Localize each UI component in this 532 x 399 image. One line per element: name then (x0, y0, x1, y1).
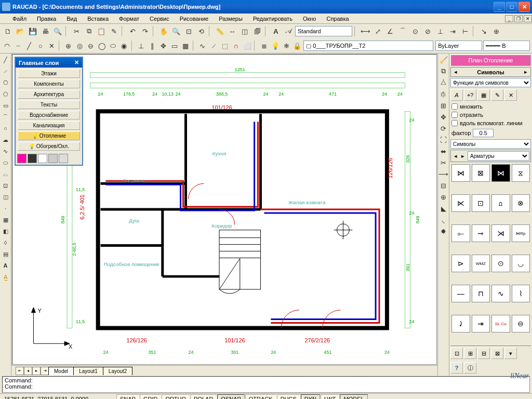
bottom-tool-4[interactable]: ⊠ (491, 348, 503, 359)
symbol-item[interactable]: ⊸ (472, 224, 490, 242)
layer-btn-2[interactable]: Архитектура (18, 90, 80, 99)
block-tool-icon[interactable]: ◫ (1, 192, 11, 202)
point-tool-icon[interactable]: · (1, 203, 11, 214)
layers-panel-close-icon[interactable]: ✕ (74, 59, 79, 66)
block-icon[interactable]: ◫ (239, 25, 250, 37)
menu-help[interactable]: Справка (323, 15, 352, 23)
offset-icon[interactable]: ⫛ (438, 89, 449, 99)
rect-tool-icon[interactable]: ▭ (1, 100, 11, 111)
break-icon[interactable]: ⊟ (438, 180, 449, 191)
layer-swatch[interactable] (59, 154, 68, 163)
print-icon[interactable]: 🖶 (39, 25, 51, 37)
table-tool-icon[interactable]: ▤ (1, 249, 11, 259)
parallel-icon[interactable]: ∥ (147, 40, 157, 51)
zoom-prev-icon[interactable]: ⟲ (195, 25, 207, 37)
cross-icon[interactable]: ✕ (47, 40, 57, 51)
plan-button[interactable]: План Отопление (450, 55, 531, 66)
region-tool-icon[interactable]: ◊ (1, 237, 11, 248)
minimize-button[interactable]: _ (494, 2, 505, 12)
polygon-tool-icon[interactable]: ⬠ (1, 89, 11, 99)
tab-model[interactable]: Model (48, 367, 74, 375)
tab-layout2[interactable]: Layout2 (103, 367, 133, 375)
measure-icon[interactable]: 📏 (214, 25, 225, 37)
symbol-item[interactable]: ∿ (491, 285, 510, 302)
center-icon[interactable]: ⊕ (63, 40, 73, 51)
layer-swatch[interactable] (28, 154, 37, 163)
mtext-tool-icon[interactable]: A (1, 260, 11, 271)
dim-base-icon[interactable]: ⊢ (459, 25, 471, 37)
open-icon[interactable]: 📂 (15, 25, 26, 37)
circle2-icon[interactable]: ○ (35, 40, 45, 51)
explode-icon[interactable]: ✸ (438, 226, 449, 236)
donut-icon[interactable]: ◉ (119, 40, 129, 51)
chamfer-icon[interactable]: ◣ (438, 203, 449, 214)
text-style-icon[interactable]: 𝒜 (283, 25, 294, 37)
layer-btn-0[interactable]: Этажи (18, 69, 80, 78)
chk-multiply[interactable]: множить (450, 103, 531, 110)
layer-btn-3[interactable]: Тексты (18, 100, 80, 109)
factor-input[interactable] (473, 129, 494, 137)
menu-edit[interactable]: Правка (34, 15, 59, 23)
mdi-restore[interactable]: ❐ (514, 15, 523, 22)
undo-icon[interactable]: ↶ (127, 25, 138, 37)
symbol-item[interactable]: ⋈ (491, 164, 510, 182)
menu-modify[interactable]: Редактировать (250, 15, 296, 23)
status-dyn[interactable]: DYN (301, 394, 320, 400)
menu-dims[interactable]: Размеры (216, 15, 246, 23)
magnet-icon[interactable]: ∩ (231, 40, 241, 51)
pline-tool-icon[interactable]: ⎔ (1, 77, 11, 88)
layer-swatch[interactable] (17, 154, 26, 163)
symbol-item[interactable]: ⋉ (451, 194, 470, 212)
rect2-icon[interactable]: ▭ (169, 40, 179, 51)
tab-layout1[interactable]: Layout1 (73, 367, 103, 375)
cut-icon[interactable]: ✂ (71, 25, 82, 37)
status-polar[interactable]: POLAR (190, 394, 217, 400)
symbol-item[interactable]: ⌇ (512, 285, 530, 302)
layer-btn-4[interactable]: Водоснабжение (18, 111, 80, 119)
layers-panel-title[interactable]: Главные слои ✕ (16, 58, 82, 68)
bottom-tool-2[interactable]: ⊞ (464, 348, 476, 359)
dim-lin-icon[interactable]: ⟷ (360, 25, 371, 37)
layer-swatch[interactable] (38, 154, 47, 163)
symbol-item[interactable]: ⋊ (491, 224, 510, 242)
dim-arc-icon[interactable]: ⌒ (397, 25, 408, 37)
status-otrack[interactable]: OTRACK (245, 394, 276, 400)
menu-view[interactable]: Вид (63, 15, 80, 23)
layers-panel[interactable]: Главные слои ✕ ЭтажиКомпонентыАрхитектур… (15, 57, 83, 166)
props-icon[interactable]: ✎ (108, 25, 119, 37)
status-ortho[interactable]: ORTHO (162, 394, 190, 400)
delete-icon[interactable]: ✕ (504, 89, 517, 101)
array-icon[interactable]: ⊞ (438, 100, 449, 111)
menu-service[interactable]: Сервис (147, 15, 172, 23)
spline-icon[interactable]: ∿ (197, 40, 207, 51)
bottom-tool-3[interactable]: ⊟ (477, 348, 490, 359)
layer-btn-7[interactable]: 💡 Обогрев/Охл. (18, 142, 80, 151)
scale-icon[interactable]: ⛶ (438, 135, 449, 145)
menu-window[interactable]: Окно (300, 15, 320, 23)
tab-next-icon[interactable]: ▸ (32, 367, 41, 375)
stretch-icon[interactable]: ⬌ (438, 146, 449, 156)
perp-icon[interactable]: ⊥ (136, 40, 146, 51)
move2-icon[interactable]: ✥ (438, 112, 449, 122)
dashed-icon[interactable]: ┈ (13, 40, 23, 51)
symbol-item[interactable]: WMZ (472, 255, 490, 272)
symbol-item[interactable]: ⇥ (472, 315, 490, 332)
erase-icon[interactable]: 🧹 (438, 55, 449, 65)
dim-align-icon[interactable]: ⤢ (372, 25, 383, 37)
tab-first-icon[interactable]: ⇤ (16, 367, 24, 375)
command-line[interactable]: Command: Command: (2, 376, 530, 393)
symbol-item[interactable]: ⤸ (451, 315, 470, 332)
calc-icon[interactable]: 🗐 (251, 25, 263, 37)
symbol-item[interactable]: ⋈Rp (512, 224, 530, 242)
functions-select[interactable]: Функции для символов (450, 78, 531, 87)
ellarc-tool-icon[interactable]: ⌓ (1, 169, 11, 179)
chk-mirror[interactable]: отразить (450, 111, 531, 118)
rotate-icon[interactable]: ⟳ (438, 123, 449, 134)
status-model[interactable]: MODEL (340, 394, 367, 400)
new-icon[interactable]: 🗋 (2, 25, 14, 37)
symbol-item[interactable]: ⊖ (512, 315, 530, 332)
layer-btn-6[interactable]: 💡 Отопление (18, 131, 80, 140)
text-style-select[interactable]: Standard (295, 26, 352, 36)
symbol-item[interactable]: ⟜ (451, 224, 470, 242)
dim-ord-icon[interactable]: ⊥ (434, 25, 446, 37)
